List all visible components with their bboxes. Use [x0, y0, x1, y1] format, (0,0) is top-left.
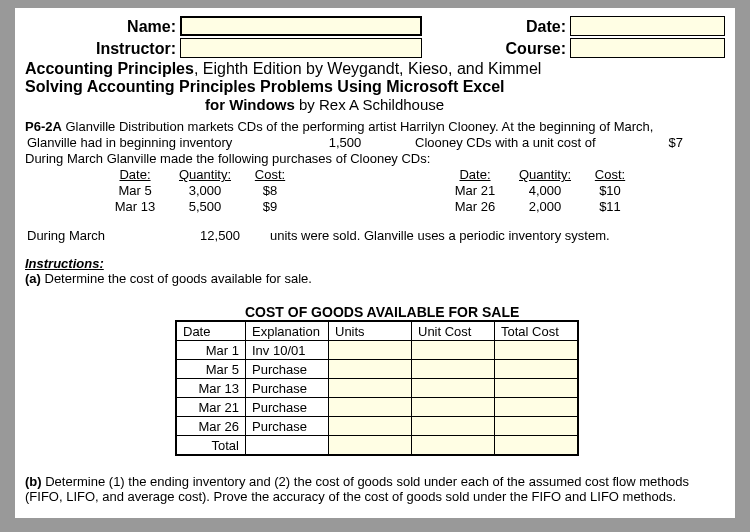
instructor-label: Instructor:	[96, 40, 180, 58]
table-row: Mar 13 Purchase	[176, 379, 578, 398]
cogs-r0-total[interactable]	[495, 341, 579, 360]
p-l0-cost: $8	[240, 183, 300, 198]
cogs-r2-date: Mar 13	[176, 379, 246, 398]
instruction-a-bold: (a)	[25, 271, 41, 286]
instructor-input[interactable]	[180, 38, 422, 58]
cogs-r4-expl: Purchase	[246, 417, 329, 436]
p-r1-date: Mar 26	[440, 199, 510, 214]
instruction-a-text: Determine the cost of goods available fo…	[41, 271, 312, 286]
cogs-h-total: Total Cost	[495, 321, 579, 341]
p-l0-date: Mar 5	[100, 183, 170, 198]
cogs-r1-unitcost[interactable]	[412, 360, 495, 379]
p-r1-cost: $11	[580, 199, 640, 214]
p-l1-date: Mar 13	[100, 199, 170, 214]
cogs-r5-units[interactable]	[329, 436, 412, 456]
beg-inv-text: Glanville had in beginning inventory	[25, 135, 305, 150]
p-r0-qty: 4,000	[510, 183, 580, 198]
purchases-row-1: Mar 5 3,000 $8 Mar 21 4,000 $10	[25, 183, 725, 198]
cogs-r1-total[interactable]	[495, 360, 579, 379]
cogs-r0-unitcost[interactable]	[412, 341, 495, 360]
col-cost-left: Cost:	[240, 167, 300, 182]
course-subtitle: for Windows by Rex A Schildhouse	[25, 96, 725, 113]
cogs-r3-date: Mar 21	[176, 398, 246, 417]
table-row: Mar 26 Purchase	[176, 417, 578, 436]
cogs-r5-total[interactable]	[495, 436, 579, 456]
cogs-h-units: Units	[329, 321, 412, 341]
instruction-b: (b) Determine (1) the ending inventory a…	[25, 474, 725, 504]
problem-intro-1: Glanville Distribution markets CDs of th…	[62, 119, 654, 134]
cogs-r2-total[interactable]	[495, 379, 579, 398]
cogs-r1-date: Mar 5	[176, 360, 246, 379]
beg-inv-qty: 1,500	[305, 135, 385, 150]
during-label: During March	[25, 228, 180, 243]
name-label: Name:	[127, 18, 180, 36]
p-r0-date: Mar 21	[440, 183, 510, 198]
textbook-title-rest: , Eighth Edition by Weygandt, Kieso, and…	[194, 60, 541, 77]
cogs-r0-expl: Inv 10/01	[246, 341, 329, 360]
textbook-title-bold: Accounting Principles	[25, 60, 194, 77]
problem-line-1: P6-2A Glanville Distribution markets CDs…	[25, 119, 725, 134]
purchases-row-2: Mar 13 5,500 $9 Mar 26 2,000 $11	[25, 199, 725, 214]
cogs-r4-date: Mar 26	[176, 417, 246, 436]
cogs-h-expl: Explanation	[246, 321, 329, 341]
cogs-r2-units[interactable]	[329, 379, 412, 398]
col-qty-right: Quantity:	[510, 167, 580, 182]
table-row: Mar 5 Purchase	[176, 360, 578, 379]
p-r0-cost: $10	[580, 183, 640, 198]
course-input[interactable]	[570, 38, 725, 58]
header-row-1: Name: Date:	[25, 16, 725, 36]
instruction-a: (a) Determine the cost of goods availabl…	[25, 271, 725, 286]
cogs-r4-unitcost[interactable]	[412, 417, 495, 436]
cogs-r2-unitcost[interactable]	[412, 379, 495, 398]
cogs-r5-date: Total	[176, 436, 246, 456]
cogs-table: Date Explanation Units Unit Cost Total C…	[175, 320, 579, 456]
cogs-r3-unitcost[interactable]	[412, 398, 495, 417]
problem-line-3: During March Glanville made the followin…	[25, 151, 725, 166]
table-row: Mar 21 Purchase	[176, 398, 578, 417]
p-r1-qty: 2,000	[510, 199, 580, 214]
table-row: Mar 1 Inv 10/01	[176, 341, 578, 360]
course-title: Solving Accounting Principles Problems U…	[25, 78, 725, 96]
p-l1-cost: $9	[240, 199, 300, 214]
during-march-row: During March 12,500 units were sold. Gla…	[25, 228, 725, 243]
beg-inv-text-2: Clooney CDs with a unit cost of	[385, 135, 635, 150]
problem-code: P6-2A	[25, 119, 62, 134]
col-date-left: Date:	[100, 167, 170, 182]
during-rest: units were sold. Glanville uses a period…	[260, 228, 725, 243]
cogs-r3-total[interactable]	[495, 398, 579, 417]
instructions-heading: Instructions:	[25, 256, 725, 271]
cogs-title: COST OF GOODS AVAILABLE FOR SALE	[25, 304, 725, 320]
cogs-r5-expl	[246, 436, 329, 456]
cogs-header-row: Date Explanation Units Unit Cost Total C…	[176, 321, 578, 341]
cogs-r3-expl: Purchase	[246, 398, 329, 417]
cogs-r4-total[interactable]	[495, 417, 579, 436]
cogs-r4-units[interactable]	[329, 417, 412, 436]
cogs-r3-units[interactable]	[329, 398, 412, 417]
cogs-r5-unitcost[interactable]	[412, 436, 495, 456]
col-date-right: Date:	[440, 167, 510, 182]
cogs-r0-units[interactable]	[329, 341, 412, 360]
cogs-r1-expl: Purchase	[246, 360, 329, 379]
col-qty-left: Quantity:	[170, 167, 240, 182]
course-label: Course:	[506, 40, 570, 58]
col-cost-right: Cost:	[580, 167, 640, 182]
purchases-header: Date: Quantity: Cost: Date: Quantity: Co…	[25, 167, 725, 182]
p-l0-qty: 3,000	[170, 183, 240, 198]
date-label: Date:	[526, 18, 570, 36]
cogs-r0-date: Mar 1	[176, 341, 246, 360]
date-input[interactable]	[570, 16, 725, 36]
course-subtitle-bold: for Windows	[205, 96, 295, 113]
textbook-title: Accounting Principles, Eighth Edition by…	[25, 60, 725, 78]
problem-line-2: Glanville had in beginning inventory 1,5…	[25, 135, 725, 150]
cogs-r1-units[interactable]	[329, 360, 412, 379]
cogs-r2-expl: Purchase	[246, 379, 329, 398]
header-row-2: Instructor: Course:	[25, 38, 725, 58]
cogs-h-unitcost: Unit Cost	[412, 321, 495, 341]
table-row: Total	[176, 436, 578, 456]
instruction-b-text: Determine (1) the ending inventory and (…	[25, 474, 689, 504]
cogs-h-date: Date	[176, 321, 246, 341]
p-l1-qty: 5,500	[170, 199, 240, 214]
beg-inv-cost: $7	[635, 135, 685, 150]
worksheet: Name: Date: Instructor: Course: Accounti…	[15, 8, 735, 518]
name-input[interactable]	[180, 16, 422, 36]
